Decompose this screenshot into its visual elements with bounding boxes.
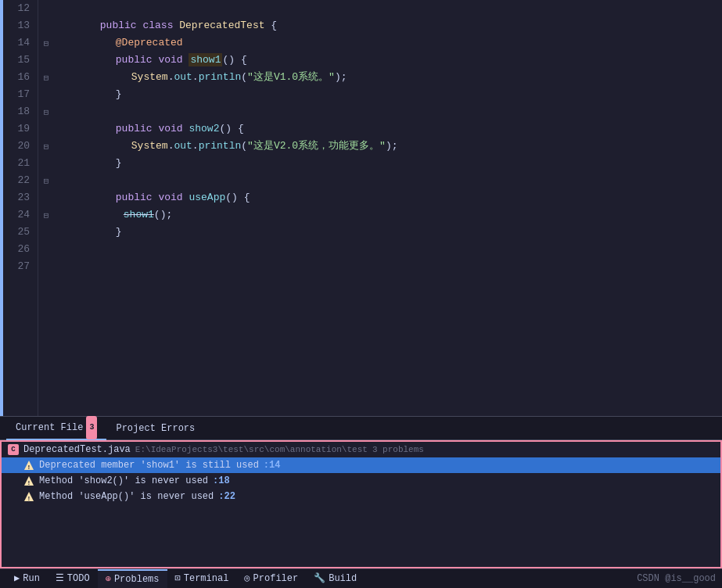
status-run[interactable]: ▶ Run — [6, 569, 48, 589]
svg-text:!: ! — [27, 464, 31, 471]
status-problems[interactable]: ⊕ Problems — [98, 569, 167, 589]
code-line-17 — [63, 86, 722, 103]
status-profiler[interactable]: ◎ Profiler — [236, 569, 306, 589]
status-terminal[interactable]: ⊡ Terminal — [167, 569, 237, 589]
profiler-label: Profiler — [253, 569, 299, 589]
code-line-27 — [63, 258, 722, 275]
gutter-21 — [38, 155, 54, 172]
line-num-17: 17 — [3, 86, 30, 103]
line-num-18: 18 — [3, 103, 30, 120]
gutter-19 — [38, 120, 54, 138]
line-num-19: 19 — [3, 120, 30, 138]
line-num-24: 24 — [3, 206, 30, 224]
profiler-icon: ◎ — [244, 569, 250, 589]
code-line-15: System.out.println("这是V1.0系统。"); — [63, 52, 722, 69]
problem-count: 3 problems — [372, 445, 424, 454]
code-line-24: } — [63, 206, 722, 224]
code-line-13: @Deprecated — [63, 17, 722, 34]
csdn-label: CSDN @is__good — [637, 573, 716, 584]
run-label: Run — [23, 569, 40, 589]
line-num-12: 12 — [3, 0, 30, 17]
code-line-12: public class DeprecatedTest { — [63, 0, 722, 17]
line-num-26: 26 — [3, 241, 30, 258]
terminal-icon: ⊡ — [175, 569, 181, 589]
gutter-26 — [38, 241, 54, 258]
line-num-13: 13 — [3, 17, 30, 34]
warn-icon-2: ! — [23, 475, 34, 486]
code-line-25 — [63, 224, 722, 241]
problems-content: C DeprecatedTest.java E:\IdeaProjects3\t… — [0, 440, 722, 568]
line-numbers: 12 13 14 15 16 17 18 19 20 21 22 23 24 2… — [3, 0, 38, 416]
line-num-27: 27 — [3, 258, 30, 275]
status-right-text: CSDN @is__good — [637, 573, 716, 584]
problem-file-row[interactable]: C DeprecatedTest.java E:\IdeaProjects3\t… — [2, 442, 720, 457]
tab-project-errors-label: Project Errors — [116, 417, 195, 440]
code-line-18: public void show2() { — [63, 103, 722, 120]
problem-row-1[interactable]: ! Deprecated member 'show1' is still use… — [2, 457, 720, 473]
gutter-col: ⊟ ⊟ ⊟ ⊟ ⊟ ⊟ — [38, 0, 54, 416]
problems-label: Problems — [114, 570, 160, 589]
editor-area: 12 13 14 15 16 17 18 19 20 21 22 23 24 2… — [0, 0, 722, 416]
line-num-16: 16 — [3, 69, 30, 86]
problem-text-3: Method 'useApp()' is never used — [39, 491, 214, 502]
gutter-24[interactable]: ⊟ — [38, 206, 54, 224]
code-line-20: } — [63, 138, 722, 155]
code-line-19: System.out.println("这是V2.0系统，功能更多。"); — [63, 120, 722, 138]
warn-icon-3: ! — [23, 491, 34, 502]
line-num-14: 14 — [3, 34, 30, 52]
line-num-23: 23 — [3, 189, 30, 206]
svg-text:!: ! — [27, 495, 31, 502]
problem-lineref-1: :14 — [264, 460, 281, 471]
gutter-27 — [38, 258, 54, 275]
code-line-26 — [63, 241, 722, 258]
code-content[interactable]: public class DeprecatedTest { @Deprecate… — [54, 0, 722, 416]
terminal-label: Terminal — [184, 569, 229, 589]
gutter-13 — [38, 17, 54, 34]
code-line-23: show1(); — [63, 189, 722, 206]
line-num-25: 25 — [3, 224, 30, 241]
problem-text-2: Method 'show2()' is never used — [39, 475, 208, 486]
problems-panel: Current File 3 Project Errors C Deprecat… — [0, 416, 722, 568]
problem-lineref-3: :22 — [218, 491, 235, 502]
code-line-22: public void useApp() { — [63, 172, 722, 189]
problem-filename: DeprecatedTest.java — [23, 444, 131, 455]
line-num-15: 15 — [3, 52, 30, 69]
gutter-14[interactable]: ⊟ — [38, 34, 54, 52]
run-icon: ▶ — [14, 569, 20, 589]
problem-row-3[interactable]: ! Method 'useApp()' is never used :22 — [2, 489, 720, 504]
status-bar: ▶ Run ☰ TODO ⊕ Problems ⊡ Terminal ◎ Pro… — [0, 568, 722, 588]
line-num-22: 22 — [3, 172, 30, 189]
problem-lineref-2: :18 — [213, 475, 230, 486]
todo-icon: ☰ — [56, 569, 64, 589]
status-build[interactable]: 🔧 Build — [306, 569, 365, 589]
build-icon: 🔧 — [314, 569, 325, 589]
status-todo[interactable]: ☰ TODO — [48, 569, 98, 589]
line-num-20: 20 — [3, 138, 30, 155]
gutter-12 — [38, 0, 54, 17]
tab-current-file[interactable]: Current File 3 — [6, 417, 106, 440]
problems-tabs: Current File 3 Project Errors — [0, 417, 722, 440]
tab-current-file-badge: 3 — [86, 416, 97, 439]
gutter-15 — [38, 52, 54, 69]
gutter-22[interactable]: ⊟ — [38, 172, 54, 189]
line-num-21: 21 — [3, 155, 30, 172]
gutter-17 — [38, 86, 54, 103]
file-c-icon: C — [8, 444, 19, 455]
problem-filepath: E:\IdeaProjects3\test\src\com\annotation… — [135, 445, 368, 454]
code-line-21 — [63, 155, 722, 172]
gutter-18[interactable]: ⊟ — [38, 103, 54, 120]
todo-label: TODO — [67, 569, 90, 589]
problems-icon: ⊕ — [106, 570, 111, 589]
gutter-16[interactable]: ⊟ — [38, 69, 54, 86]
tab-current-file-label: Current File — [16, 416, 83, 439]
gutter-20[interactable]: ⊟ — [38, 138, 54, 155]
code-line-16: } — [63, 69, 722, 86]
tab-project-errors[interactable]: Project Errors — [106, 417, 204, 440]
problem-text-1: Deprecated member 'show1' is still used — [39, 460, 259, 471]
gutter-23 — [38, 189, 54, 206]
build-label: Build — [329, 569, 357, 589]
gutter-25 — [38, 224, 54, 241]
code-line-14: public void show1() { — [63, 34, 722, 52]
svg-text:!: ! — [27, 479, 31, 486]
problem-row-2[interactable]: ! Method 'show2()' is never used :18 — [2, 473, 720, 489]
